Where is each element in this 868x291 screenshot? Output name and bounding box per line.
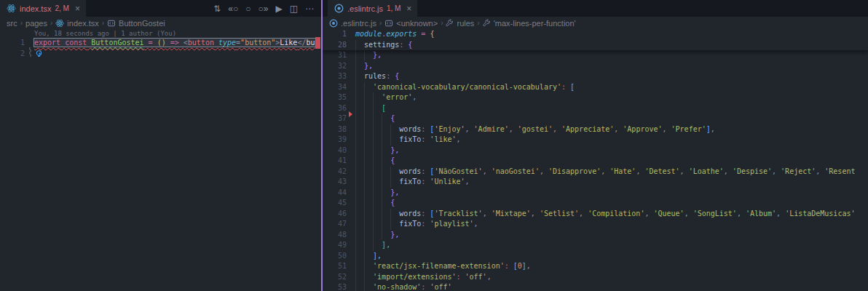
code-text: words: ['NãoGostei', 'naoGostei', 'Disap… xyxy=(355,167,855,178)
code-line-31[interactable]: 31}, xyxy=(323,50,868,61)
code-text: }, xyxy=(355,146,399,156)
tabbar-right: .eslintrc.js 1, M × xyxy=(323,0,868,17)
code-line-52[interactable]: 52'import/extensions': 'off', xyxy=(323,272,868,283)
code-line-45[interactable]: 45{ xyxy=(323,198,868,209)
eslint-icon xyxy=(329,19,338,28)
line-number: 47 xyxy=(323,219,347,230)
code-line-48[interactable]: 48}, xyxy=(323,230,868,241)
code-line-1[interactable]: 1export const ButtonGostei = () => <butt… xyxy=(0,38,321,49)
code-text: words: ['Enjoy', 'Admire', 'gostei', 'Ap… xyxy=(355,124,715,135)
breadcrumb-item[interactable]: index.tsx xyxy=(55,19,98,28)
code-line-47[interactable]: 47fixTo: 'playlist', xyxy=(323,219,868,230)
symbol-box-icon xyxy=(107,19,116,28)
gitlens-blame-annotation[interactable]: You, 18 seconds ago | 1 author (You) xyxy=(0,29,321,38)
run-or-debug-icon[interactable]: ▶ xyxy=(275,4,282,13)
breadcrumb: src›pages›index.tsx›ButtonGostei xyxy=(0,17,321,29)
code-line-53[interactable]: 53'no-shadow': 'off' xyxy=(323,282,868,291)
code-line-36[interactable]: 36[ xyxy=(323,103,868,114)
code-line-34[interactable]: 34'canonical-vocabulary/canonical-vocabu… xyxy=(323,82,868,93)
breadcrumb-item[interactable]: 'max-lines-per-function' xyxy=(483,19,576,28)
code-line-42[interactable]: 42words: ['NãoGostei', 'naoGostei', 'Dis… xyxy=(323,167,868,178)
line-number: 43 xyxy=(323,177,347,188)
line-number: 53 xyxy=(323,282,347,291)
line-number: 42 xyxy=(323,167,347,178)
line-number: 34 xyxy=(323,82,347,93)
breadcrumb-label: index.tsx xyxy=(67,19,98,28)
code-line-1[interactable]: 1module.exports = { xyxy=(323,29,868,40)
current-change-icon[interactable]: ○ xyxy=(245,4,250,13)
line-number: 51 xyxy=(323,261,347,272)
code-text: rules: { xyxy=(355,71,399,82)
code-editor-left[interactable]: You, 18 seconds ago | 1 author (You) 1ex… xyxy=(0,29,321,291)
code-text: { xyxy=(355,156,395,167)
eslint-icon xyxy=(334,4,344,13)
breadcrumb-item[interactable]: ButtonGostei xyxy=(107,19,165,28)
line-number: 41 xyxy=(323,156,347,167)
breadcrumb-item[interactable]: src xyxy=(7,19,17,28)
line-number: 44 xyxy=(323,188,347,199)
close-icon[interactable]: × xyxy=(406,4,411,14)
code-text: 'error', xyxy=(355,92,417,103)
breadcrumb-item[interactable]: .eslintrc.js xyxy=(329,19,376,28)
compare-changes-icon[interactable]: ⇅ xyxy=(213,4,221,13)
code-text: }, xyxy=(355,61,373,72)
code-line-43[interactable]: 43fixTo: 'Unlike', xyxy=(323,177,868,188)
code-line-2[interactable]: 2 xyxy=(0,49,321,60)
code-text: [ xyxy=(355,103,386,114)
code-text: fixTo: 'playlist', xyxy=(355,219,478,230)
more-actions-icon[interactable]: ⋯ xyxy=(305,4,314,13)
line-number: 40 xyxy=(323,146,347,156)
code-line-33[interactable]: 33rules: { xyxy=(323,71,868,82)
wrench-icon xyxy=(446,19,454,27)
code-line-46[interactable]: 46words: ['Tracklist', 'Mixtape', 'Setli… xyxy=(323,209,868,220)
tabbar-left: index.tsx 2, M × ⇅«○○○»▶◫⋯ xyxy=(0,0,321,17)
split-editor-icon[interactable]: ◫ xyxy=(290,4,298,13)
line-number: 48 xyxy=(323,230,347,241)
modified-squiggle xyxy=(28,47,32,60)
overview-ruler-error-marker xyxy=(315,37,320,49)
tab-index-tsx[interactable]: index.tsx 2, M × xyxy=(0,0,86,17)
next-change-icon[interactable]: ○» xyxy=(259,4,269,13)
code-text: fixTo: 'like', xyxy=(355,135,461,146)
line-number: 45 xyxy=(323,198,347,209)
code-line-44[interactable]: 44}, xyxy=(323,188,868,199)
code-line-49[interactable]: 49], xyxy=(323,240,868,251)
breadcrumb-label: ButtonGostei xyxy=(119,19,165,28)
code-line-50[interactable]: 50], xyxy=(323,251,868,262)
code-text: { xyxy=(355,113,395,124)
breadcrumb-item[interactable]: rules xyxy=(446,19,474,28)
breadcrumb-item[interactable]: <unknown> xyxy=(384,19,438,28)
code-line-39[interactable]: 39fixTo: 'like', xyxy=(323,135,868,146)
code-action-lightbulb-icon[interactable] xyxy=(35,52,43,60)
symbol-box-icon xyxy=(384,19,393,28)
code-text: fixTo: 'Unlike', xyxy=(355,177,470,188)
code-line-35[interactable]: 35'error', xyxy=(323,92,868,103)
line-number: 38 xyxy=(323,124,347,135)
code-line-41[interactable]: 41{ xyxy=(323,156,868,167)
code-line-51[interactable]: 51'react/jsx-filename-extension': [0], xyxy=(323,261,868,272)
code-text: { xyxy=(355,198,395,209)
code-text: }, xyxy=(355,188,399,199)
line-number: 2 xyxy=(0,49,25,60)
breadcrumb-label: pages xyxy=(25,19,47,28)
tab-label: index.tsx xyxy=(20,4,51,13)
code-line-37[interactable]: 37{ xyxy=(323,113,868,124)
code-line-32[interactable]: 32}, xyxy=(323,61,868,72)
code-line-40[interactable]: 40}, xyxy=(323,146,868,156)
code-line-38[interactable]: 38words: ['Enjoy', 'Admire', 'gostei', '… xyxy=(323,124,868,135)
error-arrow-marker xyxy=(349,111,352,117)
code-text: 'no-shadow': 'off' xyxy=(355,282,451,291)
breadcrumb: .eslintrc.js›<unknown>›rules›'max-lines-… xyxy=(323,17,868,29)
close-icon[interactable]: × xyxy=(75,4,80,14)
tab-eslintrc-js[interactable]: .eslintrc.js 1, M × xyxy=(328,0,417,17)
breadcrumb-separator: › xyxy=(102,19,104,27)
code-text: 'import/extensions': 'off', xyxy=(355,272,492,283)
previous-change-icon[interactable]: «○ xyxy=(228,4,238,13)
line-number: 35 xyxy=(323,92,347,103)
code-editor-right[interactable]: 1module.exports = {28settings: { 31},32}… xyxy=(323,29,868,291)
code-text: ], xyxy=(355,251,382,262)
sticky-scroll[interactable]: 1module.exports = {28settings: { xyxy=(323,29,868,50)
breadcrumb-item[interactable]: pages xyxy=(25,19,47,28)
code-line-28[interactable]: 28settings: { xyxy=(323,40,868,51)
code-text xyxy=(34,49,42,60)
